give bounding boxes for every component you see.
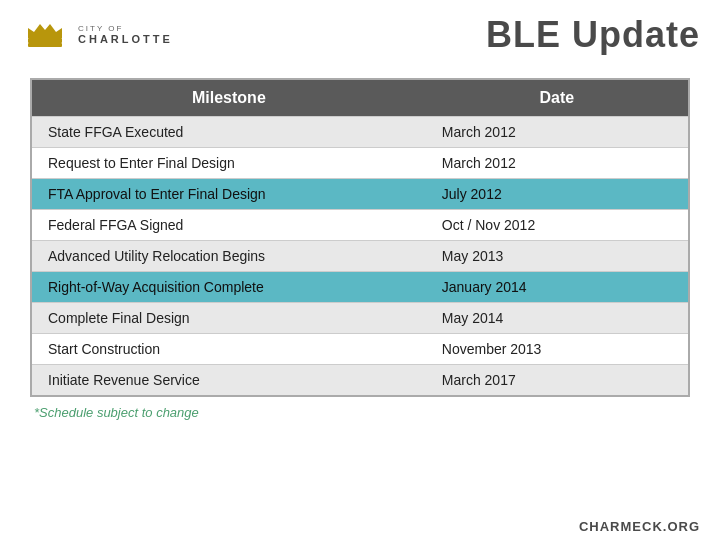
table-row: Initiate Revenue ServiceMarch 2017	[31, 365, 689, 397]
table-row: Advanced Utility Relocation BeginsMay 20…	[31, 241, 689, 272]
charlotte-label: CHARLOTTE	[78, 33, 173, 45]
table-row: FTA Approval to Enter Final DesignJuly 2…	[31, 179, 689, 210]
date-cell: Oct / Nov 2012	[426, 210, 689, 241]
milestone-cell: Federal FFGA Signed	[31, 210, 426, 241]
col-date-header: Date	[426, 79, 689, 117]
date-cell: March 2012	[426, 117, 689, 148]
milestone-cell: Start Construction	[31, 334, 426, 365]
header: CITY OF CHARLOTTE BLE Update	[0, 0, 720, 68]
milestone-cell: FTA Approval to Enter Final Design	[31, 179, 426, 210]
date-cell: July 2012	[426, 179, 689, 210]
milestone-cell: State FFGA Executed	[31, 117, 426, 148]
svg-rect-0	[28, 38, 62, 43]
table-row: Complete Final DesignMay 2014	[31, 303, 689, 334]
date-cell: November 2013	[426, 334, 689, 365]
col-milestone-header: Milestone	[31, 79, 426, 117]
city-text: CITY OF CHARLOTTE	[78, 25, 173, 46]
date-cell: March 2012	[426, 148, 689, 179]
page-title: BLE Update	[486, 14, 700, 56]
main-content: Milestone Date State FFGA ExecutedMarch …	[0, 68, 720, 515]
milestone-table: Milestone Date State FFGA ExecutedMarch …	[30, 78, 690, 397]
milestone-cell: Complete Final Design	[31, 303, 426, 334]
page: CITY OF CHARLOTTE BLE Update Milestone D…	[0, 0, 720, 540]
table-row: Federal FFGA SignedOct / Nov 2012	[31, 210, 689, 241]
table-row: Start ConstructionNovember 2013	[31, 334, 689, 365]
table-row: State FFGA ExecutedMarch 2012	[31, 117, 689, 148]
table-header-row: Milestone Date	[31, 79, 689, 117]
city-of-label: CITY OF	[78, 25, 173, 34]
footnote: *Schedule subject to change	[30, 405, 690, 420]
logo-area: CITY OF CHARLOTTE	[20, 10, 173, 60]
svg-marker-1	[28, 24, 62, 38]
milestone-cell: Initiate Revenue Service	[31, 365, 426, 397]
charlotte-logo-icon	[20, 10, 70, 60]
table-row: Request to Enter Final DesignMarch 2012	[31, 148, 689, 179]
table-row: Right-of-Way Acquisition CompleteJanuary…	[31, 272, 689, 303]
svg-rect-2	[28, 43, 62, 47]
date-cell: May 2013	[426, 241, 689, 272]
date-cell: May 2014	[426, 303, 689, 334]
milestone-cell: Request to Enter Final Design	[31, 148, 426, 179]
milestone-cell: Advanced Utility Relocation Begins	[31, 241, 426, 272]
milestone-cell: Right-of-Way Acquisition Complete	[31, 272, 426, 303]
date-cell: January 2014	[426, 272, 689, 303]
footer: CHARMECK.ORG	[0, 515, 720, 540]
date-cell: March 2017	[426, 365, 689, 397]
charmeck-url: CHARMECK.ORG	[579, 519, 700, 534]
